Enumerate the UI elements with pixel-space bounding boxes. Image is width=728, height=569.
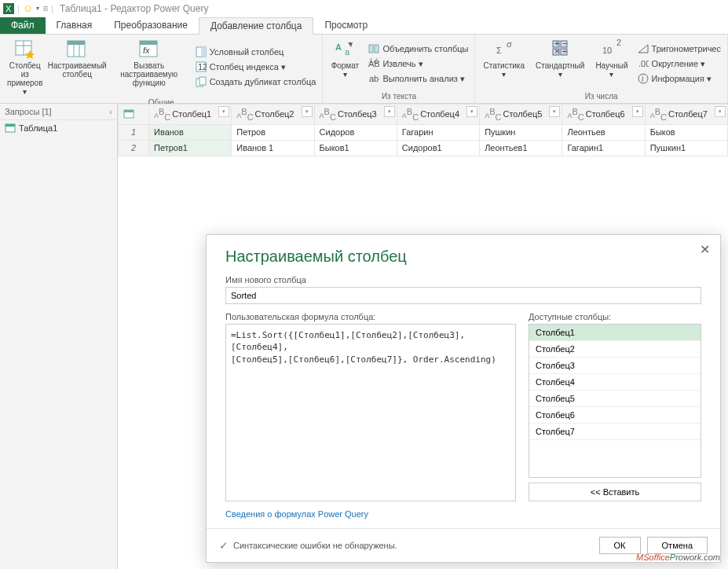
svg-text:÷: ÷	[562, 46, 567, 56]
filter-dropdown-icon[interactable]: ▾	[632, 106, 643, 117]
separator: |	[17, 4, 20, 13]
column-header[interactable]: ABC Столбец2▾	[232, 105, 314, 125]
available-column-item[interactable]: Столбец1	[529, 325, 701, 341]
query-item[interactable]: Таблица1	[0, 120, 117, 136]
scientific-button[interactable]: 102 Научный ▾	[591, 36, 632, 91]
tab-add-column[interactable]: Добавление столбца	[199, 17, 314, 35]
column-name-input[interactable]	[225, 287, 701, 304]
column-header[interactable]: ABC Столбец5▾	[480, 105, 562, 125]
info-icon: i	[638, 73, 649, 84]
cell[interactable]: Сидоров1	[397, 140, 479, 156]
collapse-icon[interactable]: ‹	[109, 107, 112, 116]
corner-cell[interactable]	[119, 105, 149, 125]
column-header[interactable]: ABC Столбец7▾	[645, 105, 727, 125]
column-from-examples-button[interactable]: Столбец из примеров ▾	[3, 36, 47, 97]
cell[interactable]: Гагарин1	[562, 140, 645, 156]
filter-dropdown-icon[interactable]: ▾	[715, 106, 726, 117]
rounding-button[interactable]: .00Округление ▾	[635, 57, 724, 71]
column-name: Столбец7	[668, 109, 708, 119]
cell[interactable]: Быков1	[314, 140, 397, 156]
information-button[interactable]: iИнформация ▾	[635, 72, 724, 86]
available-column-item[interactable]: Столбец6	[529, 407, 701, 424]
filter-dropdown-icon[interactable]: ▾	[466, 106, 477, 117]
column-header[interactable]: ABC Столбец6▾	[562, 105, 645, 125]
check-icon: ✓	[219, 539, 229, 552]
cell[interactable]: Иванов 1	[232, 140, 314, 156]
type-icon: ABC	[236, 107, 253, 122]
merge-icon	[368, 43, 379, 54]
cell[interactable]: Петров	[232, 124, 314, 140]
ok-button[interactable]: ОК	[599, 537, 641, 554]
filter-dropdown-icon[interactable]: ▾	[384, 106, 395, 117]
trigonometry-button[interactable]: Тригонометричес	[635, 42, 724, 56]
ribbon-group-text: Aa Формат ▾ Объединить столбцы ABC123Изв…	[323, 35, 475, 103]
cell[interactable]: Иванов	[149, 124, 232, 140]
smiley-icon[interactable]: ☺	[23, 2, 33, 14]
syntax-status: ✓ Синтаксические ошибки не обнаружены.	[219, 539, 397, 552]
column-header[interactable]: ABC Столбец1▾	[149, 105, 232, 125]
available-column-item[interactable]: Столбец2	[529, 341, 701, 358]
table-star-icon	[14, 38, 36, 60]
standard-button[interactable]: +−×÷ Стандартный ▾	[531, 36, 589, 91]
svg-rect-44	[124, 110, 134, 112]
duplicate-column-button[interactable]: Создать дубликат столбца	[192, 75, 320, 89]
svg-text:fx: fx	[143, 46, 150, 55]
file-tab[interactable]: Файл	[0, 17, 46, 34]
cell[interactable]: Пушкин1	[645, 140, 727, 156]
watermark: MSofficeProwork.com	[636, 546, 720, 564]
available-column-item[interactable]: Столбец5	[529, 391, 701, 407]
custom-column-button[interactable]: Настраиваемый столбец	[49, 36, 106, 97]
label: Информация ▾	[652, 74, 712, 84]
cell[interactable]: Быков	[645, 124, 727, 140]
invoke-function-button[interactable]: fx Вызвать настраиваемую функцию	[108, 36, 191, 97]
available-column-item[interactable]: Столбец3	[529, 358, 701, 374]
dropdown-icon[interactable]: ▾	[36, 5, 39, 12]
index-column-button[interactable]: 12Столбец индекса ▾	[192, 60, 320, 74]
cell[interactable]: Леонтьев	[562, 124, 645, 140]
cell[interactable]: Леонтьев1	[480, 140, 562, 156]
available-column-item[interactable]: Столбец4	[529, 374, 701, 391]
svg-text:Σ: Σ	[496, 46, 502, 55]
column-name: Столбец1	[172, 109, 211, 119]
conditional-column-button[interactable]: Условный столбец	[192, 45, 320, 59]
available-column-item[interactable]: Столбец7	[529, 424, 701, 440]
row-number[interactable]: 1	[119, 124, 149, 140]
statistics-button[interactable]: Σσ Статистика ▾	[478, 36, 529, 91]
type-icon: ABC	[402, 107, 419, 122]
cell[interactable]: Пушкин	[480, 124, 562, 140]
available-columns-list: Столбец1Столбец2Столбец3Столбец4Столбец5…	[529, 324, 701, 478]
menu-tabs: Файл Главная Преобразование Добавление с…	[0, 17, 728, 35]
insert-button[interactable]: << Вставить	[529, 483, 701, 501]
sidebar-title: Запросы [1]	[5, 107, 52, 116]
filter-dropdown-icon[interactable]: ▾	[302, 106, 313, 117]
parse-button[interactable]: abcВыполнить анализ ▾	[365, 72, 471, 86]
row-number[interactable]: 2	[119, 140, 149, 156]
tab-transform[interactable]: Преобразование	[103, 17, 199, 34]
merge-columns-button[interactable]: Объединить столбцы	[365, 42, 471, 56]
close-button[interactable]: ✕	[695, 240, 714, 259]
column-header[interactable]: ABC Столбец3▾	[314, 105, 397, 125]
extract-icon: ABC123	[368, 58, 379, 69]
format-button[interactable]: Aa Формат ▾	[326, 36, 364, 91]
svg-rect-21	[369, 45, 373, 53]
cell[interactable]: Гагарин	[397, 124, 479, 140]
filter-dropdown-icon[interactable]: ▾	[218, 106, 229, 117]
titlebar: X | ☺ ▾ ≡ | Таблица1 - Редактор Power Qu…	[0, 0, 728, 17]
svg-text:2: 2	[616, 38, 621, 47]
filter-dropdown-icon[interactable]: ▾	[549, 106, 560, 117]
trig-icon	[638, 43, 649, 54]
cell[interactable]: Сидоров	[314, 124, 397, 140]
extract-button[interactable]: ABC123Извлечь ▾	[365, 57, 471, 71]
formula-help-link[interactable]: Сведения о формулах Power Query	[225, 509, 701, 519]
qat-sep: ≡	[42, 3, 48, 14]
column-header[interactable]: ABC Столбец4▾	[397, 105, 479, 125]
formula-input[interactable]: =List.Sort({[Столбец1],[Столбец2],[Столб…	[225, 324, 516, 501]
tab-home[interactable]: Главная	[46, 17, 104, 34]
svg-text:10: 10	[602, 46, 612, 55]
queries-sidebar: Запросы [1] ‹ Таблица1	[0, 104, 118, 569]
cell[interactable]: Петров1	[149, 140, 232, 156]
condition-icon	[196, 46, 207, 57]
type-icon: ABC	[567, 107, 583, 122]
tab-view[interactable]: Просмотр	[313, 17, 379, 34]
label: Объединить столбцы	[382, 44, 468, 53]
